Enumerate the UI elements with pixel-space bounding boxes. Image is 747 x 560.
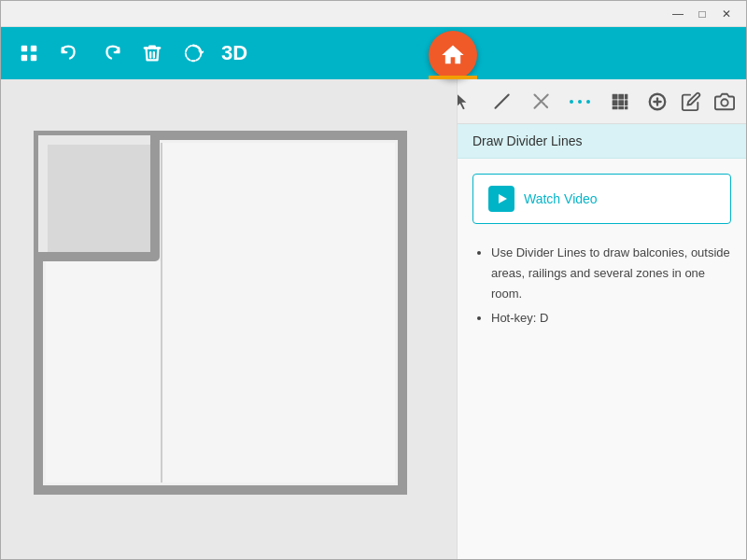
svg-rect-20	[613, 100, 618, 105]
list-item: Hot-key: D	[491, 308, 731, 329]
dots-tool[interactable]	[567, 88, 595, 116]
rotate360-button[interactable]	[176, 36, 210, 70]
redo-button[interactable]	[94, 36, 128, 70]
info-list: Use Divider Lines to draw balconies, out…	[472, 243, 731, 329]
titlebar: — □ ✕	[1, 1, 746, 27]
list-item: Use Divider Lines to draw balconies, out…	[491, 243, 731, 304]
play-icon	[488, 186, 514, 212]
svg-rect-25	[625, 106, 627, 109]
content-area: Draw Divider Lines Watch Video Use Divid…	[1, 79, 746, 560]
add-button[interactable]	[647, 88, 668, 116]
maximize-button[interactable]: □	[690, 5, 714, 23]
app-container: 3D	[1, 27, 746, 560]
svg-rect-2	[21, 55, 27, 61]
3d-label[interactable]: 3D	[221, 41, 247, 65]
edit-pencil-button[interactable]	[681, 88, 701, 116]
svg-rect-23	[613, 106, 618, 109]
floor-plan-svg	[10, 107, 421, 555]
svg-rect-18	[618, 93, 624, 99]
minimize-button[interactable]: —	[666, 5, 690, 23]
svg-rect-1	[31, 46, 36, 51]
close-button[interactable]: ✕	[714, 5, 739, 23]
svg-rect-19	[625, 93, 627, 99]
watch-video-label: Watch Video	[524, 191, 598, 206]
svg-rect-17	[613, 93, 618, 99]
svg-rect-21	[618, 100, 624, 105]
svg-rect-24	[618, 106, 624, 109]
svg-line-14	[496, 94, 509, 107]
svg-rect-3	[31, 55, 36, 61]
canvas-area[interactable]	[1, 79, 457, 560]
select-cursor-tool[interactable]	[457, 88, 477, 116]
panel-header-text: Draw Divider Lines	[472, 133, 582, 148]
main-toolbar: 3D	[1, 27, 746, 79]
undo-button[interactable]	[53, 36, 87, 70]
home-icon-toolbar[interactable]	[12, 36, 46, 70]
svg-rect-0	[21, 46, 27, 51]
secondary-toolbar	[458, 79, 746, 124]
delete-button[interactable]	[135, 36, 169, 70]
play-triangle	[499, 194, 507, 203]
diagonal-tool[interactable]	[528, 88, 556, 116]
svg-rect-12	[48, 145, 150, 252]
grid-tool[interactable]	[606, 88, 634, 116]
svg-point-29	[721, 99, 727, 105]
svg-rect-22	[625, 100, 627, 105]
watch-video-button[interactable]: Watch Video	[472, 174, 731, 224]
draw-line-tool[interactable]	[488, 88, 516, 116]
panel-content: Watch Video Use Divider Lines to draw ba…	[458, 159, 746, 560]
camera-button[interactable]	[714, 88, 735, 116]
right-panel: Draw Divider Lines Watch Video Use Divid…	[457, 79, 746, 560]
panel-header: Draw Divider Lines	[458, 124, 746, 159]
